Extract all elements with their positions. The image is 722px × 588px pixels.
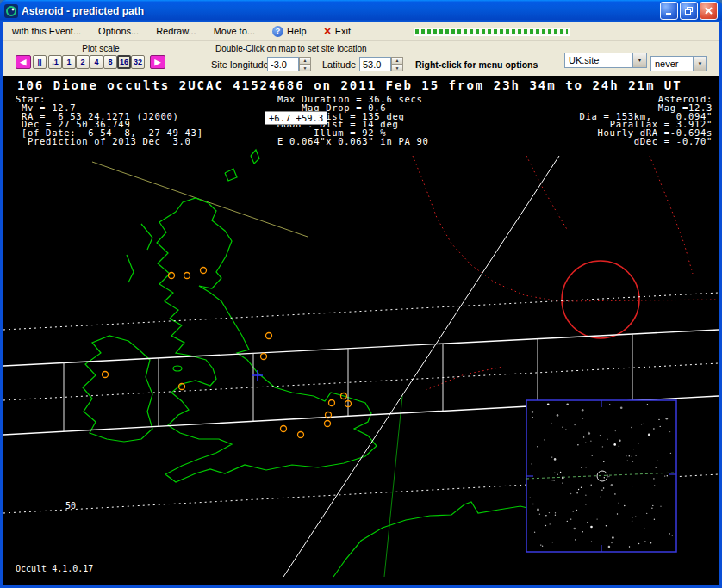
exit-x-icon: ✕ xyxy=(324,26,332,37)
terminator-line xyxy=(283,156,559,577)
site-dropdown-value: UK.site xyxy=(565,53,632,67)
site-dropdown-arrow-icon[interactable]: ▼ xyxy=(632,53,646,67)
title-bar[interactable]: Asteroid - predicted path xyxy=(0,0,722,22)
isle-of-man xyxy=(173,366,182,371)
menu-bar: with this Event... Options... Redraw... … xyxy=(3,22,719,41)
map-area[interactable]: 50 xyxy=(3,76,719,585)
coastlines xyxy=(83,150,593,577)
ireland-coast xyxy=(83,336,152,442)
latitude-down-icon[interactable]: ▼ xyxy=(391,65,403,72)
menu-with-this-event[interactable]: with this Event... xyxy=(12,26,81,36)
help-icon: ? xyxy=(272,26,283,37)
sigma-limit-north xyxy=(3,293,719,330)
app-window: Asteroid - predicted path with this Even… xyxy=(0,0,722,588)
update-dropdown-arrow-icon[interactable]: ▼ xyxy=(693,57,706,71)
window-title: Asteroid - predicted path xyxy=(22,5,660,17)
cursor-coordinates-tooltip: +6.7 +59.3 xyxy=(265,111,327,125)
app-version: Occult 4.1.0.17 xyxy=(16,564,93,573)
latitude-input[interactable] xyxy=(359,57,391,71)
site-dropdown[interactable]: UK.site ▼ xyxy=(564,53,647,68)
menu-label: with this Event... xyxy=(12,26,81,36)
restore-button[interactable] xyxy=(680,2,698,20)
plot-scale-point1-button[interactable]: .1 xyxy=(48,55,62,69)
plot-scale-16-button[interactable]: 16 xyxy=(117,55,131,69)
shetland xyxy=(251,150,259,164)
latitude-spinbox: ▲ ▼ xyxy=(359,57,403,71)
close-button[interactable] xyxy=(700,2,718,20)
update-dropdown-value: never xyxy=(651,57,693,71)
menu-move-to[interactable]: Move to... xyxy=(214,26,255,36)
orkney xyxy=(225,169,237,181)
app-icon xyxy=(4,4,18,18)
observer-sites xyxy=(103,268,352,438)
right-click-hint: Right-click for menu options xyxy=(415,59,538,70)
hebrides-2 xyxy=(127,255,134,282)
asteroid-info-block: Asteroid: Mag =12.3 Dia = 153km, 0.094" … xyxy=(580,96,713,146)
plot-scale-4-button[interactable]: 4 xyxy=(90,55,103,69)
longitude-up-icon[interactable]: ▲ xyxy=(299,57,311,65)
toolbar: Plot scale ◀ || .1 1 2 4 8 16 32 ▶ Doubl… xyxy=(3,41,719,76)
update-dropdown[interactable]: never ▼ xyxy=(650,56,707,71)
double-click-hint: Double-Click on map to set site location xyxy=(215,44,367,53)
path-north-limit xyxy=(3,330,719,366)
menu-label: Help xyxy=(287,26,307,36)
site-longitude-input[interactable] xyxy=(267,57,299,71)
menu-redraw[interactable]: Redraw... xyxy=(156,26,196,36)
map-canvas[interactable]: 50 xyxy=(3,76,719,585)
activity-indicator xyxy=(414,28,570,36)
highlight-circle xyxy=(562,261,639,338)
plot-scale-label: Plot scale xyxy=(53,44,148,53)
plot-scale-buttons: .1 1 2 4 8 16 32 xyxy=(48,55,145,69)
minimize-button[interactable] xyxy=(660,2,678,20)
plot-scale-1-button[interactable]: 1 xyxy=(62,55,76,69)
site-longitude-label: Site longitude xyxy=(211,59,269,70)
activity-segments xyxy=(415,29,568,34)
menu-options[interactable]: Options... xyxy=(98,26,139,36)
menu-help[interactable]: ?Help xyxy=(272,26,307,37)
menu-label: Redraw... xyxy=(156,26,196,36)
site-longitude-spinbox: ▲ ▼ xyxy=(267,57,311,71)
path-centerline xyxy=(3,363,719,400)
longitude-down-icon[interactable]: ▼ xyxy=(299,65,311,72)
pause-button[interactable]: || xyxy=(33,55,47,69)
menu-exit[interactable]: ✕Exit xyxy=(324,26,352,37)
finder-chart-inset xyxy=(526,400,676,552)
latitude-up-icon[interactable]: ▲ xyxy=(391,57,403,65)
plot-scale-32-button[interactable]: 32 xyxy=(131,55,145,69)
site-location-cross xyxy=(252,370,263,381)
path-time-label: 50 xyxy=(65,501,76,511)
hebrides xyxy=(141,224,152,250)
plot-scale-2-button[interactable]: 2 xyxy=(76,55,90,69)
latitude-label: Latitude xyxy=(322,59,356,70)
sea-borders-red xyxy=(413,156,717,390)
menu-label: Move to... xyxy=(214,26,255,36)
path-prev-button[interactable]: ◀ xyxy=(16,55,31,69)
graticule-lines xyxy=(92,162,402,577)
star-info-block: Star: Mv = 12.7 RA = 6 53 24.1271 (J2000… xyxy=(16,96,203,146)
path-next-button[interactable]: ▶ xyxy=(150,55,165,69)
menu-label: Options... xyxy=(98,26,139,36)
event-title: 106 Dione occults 2UCAC 41524686 on 2011… xyxy=(17,78,682,92)
menu-label: Exit xyxy=(335,26,351,36)
great-britain-coast xyxy=(157,198,377,482)
plot-scale-8-button[interactable]: 8 xyxy=(103,55,117,69)
